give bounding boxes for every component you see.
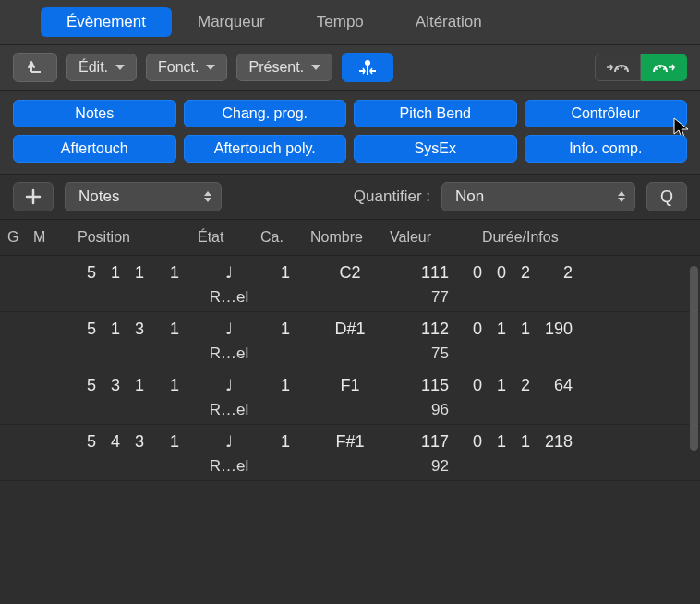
filter-prog-change[interactable]: Chang. prog. — [184, 100, 347, 127]
control-row: Notes Quantifier : Non Q — [0, 175, 700, 220]
filter-notes[interactable]: Notes — [13, 100, 176, 127]
cell-duration[interactable]: 011218 — [465, 432, 683, 452]
stepper-icon — [618, 191, 625, 202]
col-duree[interactable]: Durée/Infos — [464, 229, 685, 246]
cell-duration[interactable]: 0022 — [465, 263, 683, 283]
cell-value[interactable]: 115 — [392, 376, 462, 395]
cell-value-rel[interactable]: 75 — [392, 339, 462, 363]
chevron-down-icon — [115, 65, 125, 70]
table-row[interactable]: 5111 ♩ R…el 1 C2 111 77 0022 — [0, 256, 700, 312]
col-nombre[interactable]: Nombre — [310, 229, 390, 246]
edit-menu[interactable]: Édit. — [66, 54, 137, 81]
col-ca[interactable]: Ca. — [260, 229, 310, 246]
view-menu[interactable]: Présent. — [236, 54, 332, 81]
tab-marker[interactable]: Marqueur — [172, 7, 291, 37]
col-m[interactable]: M — [33, 229, 59, 246]
cell-etat[interactable]: ♩ — [199, 320, 259, 339]
filter-pitch-bend[interactable]: Pitch Bend — [354, 100, 517, 127]
midi-in-icon — [605, 59, 631, 76]
midi-io-toggle — [595, 54, 687, 81]
catch-playhead-button[interactable] — [342, 53, 393, 82]
edit-menu-label: Édit. — [78, 59, 108, 76]
cell-number[interactable]: F#1 — [312, 432, 388, 452]
midi-in-button[interactable] — [595, 54, 641, 81]
cell-channel[interactable]: 1 — [262, 432, 308, 452]
filter-meta-info[interactable]: Info. comp. — [525, 135, 688, 163]
table-row[interactable]: 5131 ♩ R…el 1 D#1 112 75 011190 — [0, 312, 700, 368]
cell-etat-sub: R…el — [199, 452, 259, 476]
filter-aftertouch[interactable]: Aftertouch — [13, 135, 176, 163]
functions-menu-label: Fonct. — [158, 59, 199, 76]
event-table: G M Position État Ca. Nombre Valeur Duré… — [0, 220, 700, 565]
table-header: G M Position État Ca. Nombre Valeur Duré… — [0, 220, 700, 256]
tab-tempo[interactable]: Tempo — [291, 7, 390, 37]
cell-value-rel[interactable]: 96 — [392, 395, 462, 419]
svg-point-6 — [663, 68, 665, 70]
col-valeur[interactable]: Valeur — [390, 229, 464, 246]
cell-etat-sub: R…el — [199, 339, 259, 363]
svg-point-1 — [617, 68, 619, 70]
quantize-select[interactable]: Non — [441, 182, 635, 211]
cell-etat-sub: R…el — [199, 283, 259, 307]
cell-value[interactable]: 112 — [392, 320, 462, 339]
filter-sysex[interactable]: SysEx — [354, 135, 517, 163]
svg-point-3 — [624, 68, 626, 70]
cell-etat-sub: R…el — [199, 395, 259, 419]
add-event-button[interactable] — [13, 182, 54, 211]
cell-number[interactable]: C2 — [312, 263, 388, 283]
cell-position[interactable]: 5311 — [61, 376, 196, 395]
col-etat[interactable]: État — [198, 229, 260, 246]
cell-duration[interactable]: 01264 — [465, 376, 683, 395]
filter-controller-label: Contrôleur — [571, 105, 640, 121]
chevron-down-icon — [206, 65, 215, 70]
cell-number[interactable]: F1 — [312, 376, 388, 395]
quantize-button[interactable]: Q — [646, 182, 687, 211]
stepper-icon — [204, 191, 211, 202]
toolbar: Édit. Fonct. Présent. — [0, 45, 700, 91]
cell-value[interactable]: 111 — [392, 263, 462, 283]
svg-point-5 — [659, 66, 661, 68]
event-type-select[interactable]: Notes — [65, 182, 222, 211]
chevron-down-icon — [311, 65, 320, 70]
tab-event[interactable]: Évènement — [41, 7, 172, 37]
vertical-scrollbar[interactable] — [690, 266, 698, 451]
arrow-up-icon — [26, 59, 44, 76]
cell-value-rel[interactable]: 92 — [392, 452, 462, 476]
cell-position[interactable]: 5431 — [61, 432, 196, 452]
filter-controller[interactable]: Contrôleur — [525, 100, 688, 127]
cell-position[interactable]: 5111 — [61, 263, 196, 283]
cell-value[interactable]: 117 — [392, 432, 462, 452]
col-g[interactable]: G — [7, 229, 33, 246]
quantize-value: Non — [455, 187, 484, 206]
cell-channel[interactable]: 1 — [262, 263, 308, 283]
cell-value-rel[interactable]: 77 — [392, 283, 462, 307]
event-filters: Notes Chang. prog. Pitch Bend Contrôleur… — [0, 91, 700, 175]
tab-alteration[interactable]: Altération — [390, 7, 508, 37]
svg-point-4 — [656, 68, 658, 70]
cell-etat[interactable]: ♩ — [199, 376, 259, 395]
table-row[interactable]: 5311 ♩ R…el 1 F1 115 96 01264 — [0, 368, 700, 425]
svg-point-0 — [365, 60, 370, 66]
cell-channel[interactable]: 1 — [262, 376, 308, 395]
cell-channel[interactable]: 1 — [262, 320, 308, 339]
cell-etat[interactable]: ♩ — [199, 432, 259, 452]
quantize-label: Quantifier : — [354, 187, 430, 206]
cell-duration[interactable]: 011190 — [465, 320, 683, 339]
cell-number[interactable]: D#1 — [312, 320, 388, 339]
event-type-label: Notes — [78, 187, 119, 206]
table-row[interactable]: 5431 ♩ R…el 1 F#1 117 92 011218 — [0, 425, 700, 481]
col-position[interactable]: Position — [59, 229, 198, 246]
functions-menu[interactable]: Fonct. — [146, 54, 227, 81]
cell-etat[interactable]: ♩ — [199, 263, 259, 283]
level-up-button[interactable] — [13, 53, 57, 82]
catch-playhead-icon — [356, 58, 380, 77]
midi-out-icon — [651, 59, 677, 76]
midi-out-button[interactable] — [641, 54, 687, 81]
filter-poly-aftertouch[interactable]: Aftertouch poly. — [184, 135, 347, 163]
view-menu-label: Présent. — [248, 59, 304, 76]
plus-icon — [25, 188, 42, 205]
tab-bar: Évènement Marqueur Tempo Altération — [0, 0, 700, 45]
cell-position[interactable]: 5131 — [61, 320, 196, 339]
svg-point-2 — [621, 66, 622, 68]
